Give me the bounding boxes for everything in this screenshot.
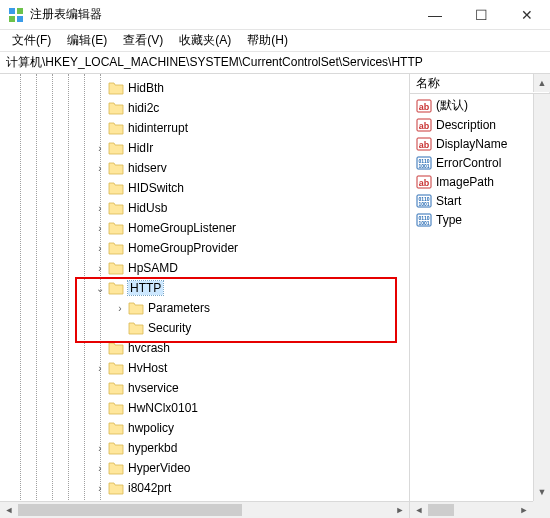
tree-node-label: i8042prt (128, 481, 171, 495)
svg-rect-0 (9, 8, 15, 14)
tree-node[interactable]: ›HpSAMD (0, 258, 409, 278)
tree-spacer (94, 122, 106, 134)
value-name: Type (436, 213, 462, 227)
tree-spacer (94, 342, 106, 354)
maximize-button[interactable]: ☐ (458, 0, 504, 29)
scroll-down-button[interactable]: ▼ (533, 483, 550, 501)
values-header[interactable]: 名称 (410, 74, 550, 94)
chevron-right-icon[interactable]: › (94, 262, 106, 274)
svg-text:1001: 1001 (418, 201, 429, 207)
tree-node[interactable]: Security (0, 318, 409, 338)
values-horizontal-scrollbar[interactable]: ◄ ► (410, 501, 533, 518)
tree-node-label: HidUsb (128, 201, 167, 215)
folder-icon (108, 141, 124, 155)
value-row[interactable]: 01101001Start (410, 191, 550, 210)
chevron-right-icon[interactable]: › (114, 302, 126, 314)
value-row[interactable]: 01101001Type (410, 210, 550, 229)
chevron-right-icon[interactable]: › (94, 202, 106, 214)
registry-tree[interactable]: HidBthhidi2chidinterrupt›HidIr›hidservHI… (0, 74, 409, 518)
menu-favorites[interactable]: 收藏夹(A) (171, 30, 239, 51)
menu-file[interactable]: 文件(F) (4, 30, 59, 51)
scroll-right-button[interactable]: ► (391, 502, 409, 518)
window-controls: — ☐ ✕ (412, 0, 550, 29)
tree-node-label: hidinterrupt (128, 121, 188, 135)
tree-node[interactable]: ›HomeGroupProvider (0, 238, 409, 258)
chevron-right-icon[interactable]: › (94, 242, 106, 254)
reg-binary-icon: 01101001 (416, 212, 432, 228)
tree-node[interactable]: ›HidUsb (0, 198, 409, 218)
values-pane: 名称 ab(默认)abDescriptionabDisplayName01101… (410, 74, 550, 518)
tree-node[interactable]: HIDSwitch (0, 178, 409, 198)
chevron-right-icon[interactable]: › (94, 462, 106, 474)
tree-node[interactable]: ⌄HTTP (0, 278, 409, 298)
chevron-right-icon[interactable]: › (94, 142, 106, 154)
folder-icon (108, 381, 124, 395)
tree-spacer (94, 102, 106, 114)
svg-text:1001: 1001 (418, 163, 429, 169)
menu-edit[interactable]: 编辑(E) (59, 30, 115, 51)
tree-node[interactable]: hvcrash (0, 338, 409, 358)
tree-node-label: HomeGroupListener (128, 221, 236, 235)
value-name: DisplayName (436, 137, 507, 151)
value-row[interactable]: abDescription (410, 115, 550, 134)
tree-spacer (94, 402, 106, 414)
tree-node-label: hvservice (128, 381, 179, 395)
tree-node[interactable]: hwpolicy (0, 418, 409, 438)
value-row[interactable]: ab(默认) (410, 96, 550, 115)
tree-node[interactable]: hidinterrupt (0, 118, 409, 138)
folder-icon (108, 361, 124, 375)
tree-node[interactable]: HwNClx0101 (0, 398, 409, 418)
minimize-button[interactable]: — (412, 0, 458, 29)
chevron-right-icon[interactable]: › (94, 162, 106, 174)
chevron-right-icon[interactable]: › (94, 362, 106, 374)
tree-spacer (94, 82, 106, 94)
menu-view[interactable]: 查看(V) (115, 30, 171, 51)
menu-bar: 文件(F) 编辑(E) 查看(V) 收藏夹(A) 帮助(H) (0, 30, 550, 52)
chevron-right-icon[interactable]: › (94, 442, 106, 454)
close-button[interactable]: ✕ (504, 0, 550, 29)
tree-node[interactable]: ›hyperkbd (0, 438, 409, 458)
chevron-right-icon[interactable]: › (94, 482, 106, 494)
scroll-left-button[interactable]: ◄ (410, 502, 428, 518)
scroll-left-button[interactable]: ◄ (0, 502, 18, 518)
folder-icon (108, 181, 124, 195)
reg-binary-icon: 01101001 (416, 193, 432, 209)
svg-rect-3 (17, 16, 23, 22)
chevron-right-icon[interactable]: › (94, 222, 106, 234)
values-list[interactable]: ab(默认)abDescriptionabDisplayName01101001… (410, 94, 550, 229)
folder-icon (108, 201, 124, 215)
tree-node[interactable]: HidBth (0, 78, 409, 98)
menu-help[interactable]: 帮助(H) (239, 30, 296, 51)
tree-node-label: HyperVideo (128, 461, 190, 475)
chevron-down-icon[interactable]: ⌄ (94, 282, 106, 294)
tree-node-label: hidi2c (128, 101, 159, 115)
tree-node[interactable]: ›hidserv (0, 158, 409, 178)
tree-spacer (94, 422, 106, 434)
tree-node[interactable]: ›HyperVideo (0, 458, 409, 478)
values-vertical-scrollbar[interactable] (533, 94, 550, 498)
tree-node[interactable]: ›i8042prt (0, 478, 409, 498)
folder-icon (108, 461, 124, 475)
scroll-right-button[interactable]: ► (515, 502, 533, 518)
address-bar[interactable]: 计算机\HKEY_LOCAL_MACHINE\SYSTEM\CurrentCon… (0, 52, 550, 74)
value-row[interactable]: abImagePath (410, 172, 550, 191)
tree-node[interactable]: ›HvHost (0, 358, 409, 378)
tree-spacer (114, 322, 126, 334)
column-name[interactable]: 名称 (410, 74, 550, 93)
tree-horizontal-scrollbar[interactable]: ◄ ► (0, 501, 409, 518)
tree-node-label: hyperkbd (128, 441, 177, 455)
value-row[interactable]: 01101001ErrorControl (410, 153, 550, 172)
svg-text:ab: ab (419, 178, 430, 188)
scroll-up-button[interactable]: ▲ (533, 74, 550, 92)
tree-node[interactable]: hvservice (0, 378, 409, 398)
main-area: HidBthhidi2chidinterrupt›HidIr›hidservHI… (0, 74, 550, 518)
window-title: 注册表编辑器 (30, 6, 412, 23)
tree-node[interactable]: ›Parameters (0, 298, 409, 318)
value-row[interactable]: abDisplayName (410, 134, 550, 153)
tree-node[interactable]: ›HidIr (0, 138, 409, 158)
tree-node[interactable]: hidi2c (0, 98, 409, 118)
tree-node[interactable]: ›HomeGroupListener (0, 218, 409, 238)
reg-string-icon: ab (416, 117, 432, 133)
value-name: (默认) (436, 97, 468, 114)
folder-icon (108, 121, 124, 135)
